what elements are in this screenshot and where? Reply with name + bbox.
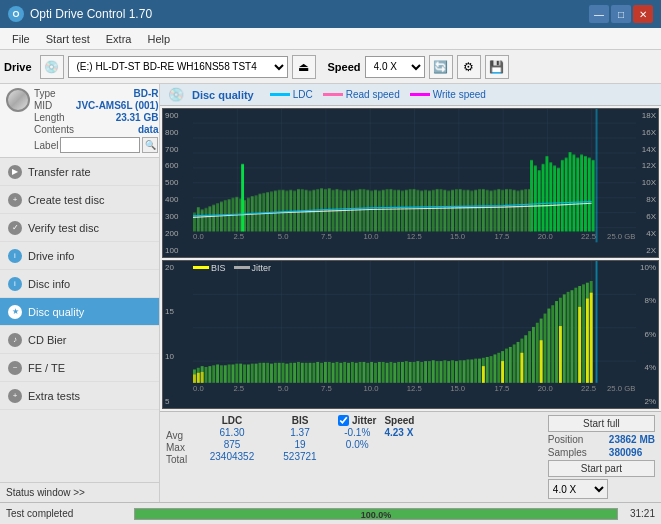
chart-header-icon: 💿: [168, 87, 184, 102]
nav-drive-info[interactable]: i Drive info: [0, 242, 159, 270]
svg-rect-73: [401, 191, 404, 232]
refresh-button[interactable]: 🔄: [429, 55, 453, 79]
eject-button[interactable]: ⏏: [292, 55, 316, 79]
nav-fe-te[interactable]: ~ FE / TE: [0, 354, 159, 382]
speed-select[interactable]: 4.0 X: [365, 56, 425, 78]
svg-rect-97: [493, 190, 496, 232]
nav-disc-info[interactable]: i Disc info: [0, 270, 159, 298]
position-value: 23862 MB: [609, 434, 655, 445]
svg-rect-76: [413, 189, 416, 231]
ldc-stats-col: LDC 61.30 875 23404352: [202, 415, 262, 462]
svg-rect-204: [405, 361, 408, 383]
svg-rect-118: [505, 189, 508, 231]
top-chart: 900800700600500400300200100 18X16X14X12X…: [162, 108, 659, 258]
disc-info-icon: i: [8, 277, 22, 291]
title-bar: O Opti Drive Control 1.70 — □ ✕: [0, 0, 661, 28]
nav-extra-tests[interactable]: + Extra tests: [0, 382, 159, 410]
svg-rect-77: [416, 190, 419, 232]
svg-rect-103: [545, 156, 548, 231]
svg-rect-176: [297, 361, 300, 382]
svg-rect-23: [212, 205, 215, 232]
svg-rect-165: [255, 363, 258, 382]
svg-rect-158: [228, 364, 231, 382]
nav-create-test-disc[interactable]: + Create test disc: [0, 186, 159, 214]
svg-rect-214: [443, 360, 446, 383]
menu-bar: File Start test Extra Help: [0, 28, 661, 50]
svg-rect-21: [205, 208, 208, 232]
save-button[interactable]: 💾: [485, 55, 509, 79]
status-window-button[interactable]: Status window >>: [0, 482, 159, 502]
samples-value: 380096: [609, 447, 642, 458]
svg-rect-248: [574, 287, 577, 382]
legend-read-speed: Read speed: [323, 89, 400, 100]
svg-rect-105: [553, 166, 556, 232]
svg-rect-198: [382, 361, 385, 382]
speed-label: Speed: [328, 61, 361, 73]
svg-rect-166: [258, 362, 261, 382]
minimize-button[interactable]: —: [589, 5, 609, 23]
svg-rect-171: [278, 362, 281, 382]
close-button[interactable]: ✕: [633, 5, 653, 23]
jitter-checkbox[interactable]: [338, 415, 349, 426]
top-chart-svg: 0.0 2.5 5.0 7.5 10.0 12.5 15.0 17.5 20.0…: [193, 109, 636, 243]
svg-text:25.0 GB: 25.0 GB: [607, 384, 635, 392]
menu-start-test[interactable]: Start test: [38, 31, 98, 47]
window-controls[interactable]: — □ ✕: [589, 5, 653, 23]
speed-display-select[interactable]: 4.0 X: [548, 479, 608, 499]
ldc-max: 875: [202, 439, 262, 450]
svg-rect-213: [440, 361, 443, 383]
svg-rect-61: [355, 190, 358, 232]
create-test-disc-icon: +: [8, 193, 22, 207]
svg-text:12.5: 12.5: [407, 384, 422, 392]
stats-bar: Avg Max Total LDC 61.30 875 23404352 BIS…: [160, 411, 661, 502]
samples-label: Samples: [548, 447, 603, 458]
svg-rect-122: [520, 190, 523, 232]
svg-rect-155: [216, 364, 219, 382]
start-part-button[interactable]: Start part: [548, 460, 655, 477]
nav-cd-bier[interactable]: ♪ CD Bier: [0, 326, 159, 354]
nav-transfer-rate-label: Transfer rate: [28, 166, 91, 178]
label-search-button[interactable]: 🔍: [142, 137, 158, 153]
legend-jitter-label: Jitter: [252, 263, 272, 273]
avg-label: Avg: [166, 430, 194, 441]
bis-total: 523721: [270, 451, 330, 462]
svg-rect-203: [401, 361, 404, 382]
drive-select[interactable]: (E:) HL-DT-ST BD-RE WH16NS58 TST4: [68, 56, 288, 78]
menu-help[interactable]: Help: [139, 31, 178, 47]
settings-button[interactable]: ⚙: [457, 55, 481, 79]
svg-rect-109: [569, 152, 572, 231]
svg-rect-43: [289, 190, 292, 232]
speed-col-header: Speed: [384, 415, 439, 426]
svg-rect-221: [470, 359, 473, 382]
svg-rect-65: [370, 191, 373, 232]
nav-list: ▶ Transfer rate + Create test disc ✓ Ver…: [0, 158, 159, 482]
start-full-button[interactable]: Start full: [548, 415, 655, 432]
nav-disc-quality[interactable]: ★ Disc quality: [0, 298, 159, 326]
svg-text:10.0: 10.0: [363, 234, 378, 240]
chart-area: 💿 Disc quality LDC Read speed Write spee…: [160, 84, 661, 502]
menu-file[interactable]: File: [4, 31, 38, 47]
svg-rect-222: [474, 358, 477, 382]
svg-rect-211: [432, 360, 435, 383]
nav-verify-test-disc[interactable]: ✓ Verify test disc: [0, 214, 159, 242]
svg-rect-91: [470, 191, 473, 232]
svg-rect-207: [416, 361, 419, 383]
svg-rect-189: [347, 362, 350, 382]
length-label: Length: [34, 112, 65, 123]
svg-text:12.5: 12.5: [407, 234, 422, 240]
svg-rect-193: [362, 361, 365, 382]
menu-extra[interactable]: Extra: [98, 31, 140, 47]
svg-rect-24: [216, 203, 219, 231]
svg-rect-161: [239, 363, 242, 382]
jitter-avg: -0.1%: [338, 427, 376, 438]
legend-bis-label: BIS: [211, 263, 226, 273]
nav-transfer-rate[interactable]: ▶ Transfer rate: [0, 158, 159, 186]
svg-rect-58: [343, 191, 346, 232]
nav-disc-info-label: Disc info: [28, 278, 70, 290]
maximize-button[interactable]: □: [611, 5, 631, 23]
speed-avg: 4.23 X: [384, 427, 439, 438]
disc-label-input[interactable]: [60, 137, 140, 153]
svg-rect-67: [378, 191, 381, 232]
drive-label: Drive: [4, 61, 32, 73]
progress-container: 100.0%: [134, 508, 618, 520]
